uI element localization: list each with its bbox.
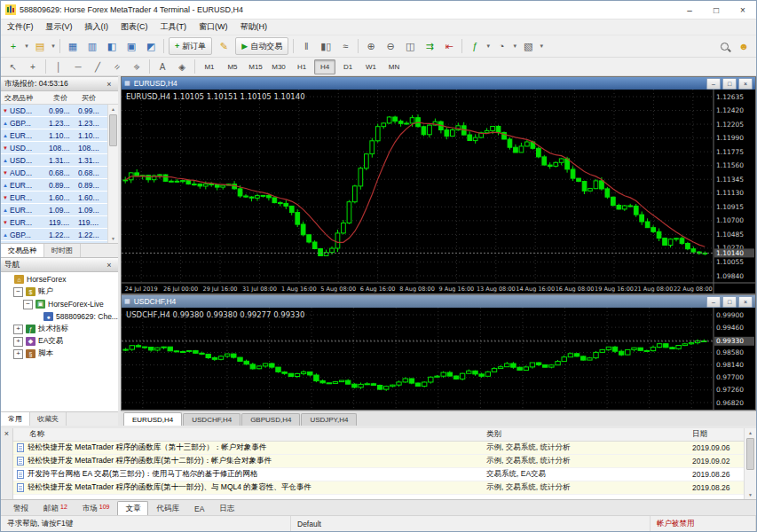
maximize-button[interactable]: □ (703, 1, 729, 19)
community-button[interactable]: ☻ (734, 37, 753, 55)
market-watch-row[interactable]: ▲USD...1.31...1.31... (1, 154, 107, 167)
expand-icon[interactable]: + (13, 349, 23, 359)
terminal-tab-articles[interactable]: 文章 (117, 501, 148, 515)
article-row[interactable]: 轻松快捷开发 MetaTrader 程序的函数库(第十一部分)、与 MQL4 的… (13, 481, 744, 495)
auto-scroll-button[interactable]: ⇉ (420, 37, 439, 55)
market-watch-caption[interactable]: 市场报价: 04:53:16 × (1, 76, 118, 91)
chart-close-button[interactable]: × (738, 296, 753, 308)
column-name[interactable]: 名称 (13, 429, 486, 440)
menu-item[interactable]: 帮助(H) (234, 21, 274, 33)
indicators-dropdown-icon[interactable]: ▾ (485, 43, 492, 50)
fibonacci-button[interactable]: ≡ (127, 59, 146, 74)
column-date[interactable]: 日期 (692, 429, 744, 440)
zoom-out-button[interactable]: ⊖ (381, 37, 400, 55)
terminal-tab-ea[interactable]: EA (187, 503, 211, 515)
scroll-thumb[interactable] (109, 114, 117, 146)
chart-minimize-button[interactable]: – (706, 78, 721, 90)
indicators-button[interactable]: ƒ (465, 37, 485, 55)
metaeditor-button[interactable]: ✎ (214, 37, 233, 55)
market-watch-row[interactable]: ▲GBP...1.23...1.23... (1, 117, 107, 129)
horizontal-line-button[interactable]: ─ (68, 59, 88, 74)
search-button[interactable] (714, 37, 734, 55)
menu-item[interactable]: 插入(I) (79, 21, 115, 33)
nav-item-HorseForex[interactable]: ⌂HorseForex (1, 273, 118, 286)
timeframe-h4[interactable]: H4 (314, 59, 335, 74)
chart-tab-usdjpy-h4[interactable]: USDJPY,H4 (301, 413, 357, 426)
collapse-icon[interactable]: − (23, 300, 33, 309)
data-window-button[interactable]: ▥ (83, 37, 102, 55)
nav-item-scripts[interactable]: +§脚本 (1, 348, 118, 360)
periods-dropdown-icon[interactable]: ▾ (511, 43, 518, 50)
strategy-tester-button[interactable]: ◩ (141, 37, 161, 55)
timeframe-mn[interactable]: MN (383, 59, 405, 74)
menu-item[interactable]: 窗口(W) (193, 21, 234, 33)
market-watch-row[interactable]: ▲EUR...1.10...1.10... (1, 129, 107, 142)
navigator-button[interactable]: ◧ (102, 37, 122, 55)
minimize-button[interactable]: – (676, 1, 703, 19)
trendline-button[interactable]: ╱ (88, 59, 107, 74)
timeframe-m1[interactable]: M1 (199, 59, 220, 74)
tab-common[interactable]: 常用 (1, 412, 30, 426)
channel-button[interactable]: = (107, 59, 127, 74)
terminal-tab-mailbox[interactable]: 邮箱12 (36, 503, 75, 515)
menu-item[interactable]: 工具(T) (154, 21, 193, 33)
market-watch-row[interactable]: ▼USD...108....108.... (1, 142, 107, 154)
expand-icon[interactable]: + (13, 337, 23, 347)
chart-caption-usdchf[interactable]: ▦ USDCHF,H4 – □ × (122, 295, 755, 308)
chart-canvas-eurusd[interactable]: 1.126351.124201.122051.119901.117751.115… (122, 90, 755, 293)
market-watch-scrollbar[interactable]: ▲ ▼ (107, 105, 118, 243)
chart-restore-button[interactable]: □ (722, 296, 737, 308)
navigator-close-icon[interactable]: × (104, 261, 114, 270)
menu-item[interactable]: 显示(V) (40, 21, 79, 33)
new-chart-button[interactable]: + (4, 37, 23, 55)
scroll-up-icon[interactable]: ▲ (748, 428, 753, 437)
column-bid[interactable]: 卖价 (53, 93, 82, 103)
terminal-tab-alerts[interactable]: 警报 (6, 503, 35, 515)
timeframe-d1[interactable]: D1 (337, 59, 359, 74)
column-category[interactable]: 类别 (486, 429, 692, 440)
templates-dropdown-icon[interactable]: ▾ (538, 43, 545, 50)
market-watch-row[interactable]: ▼EUR...119....119.... (1, 216, 107, 229)
arrows-tool-button[interactable]: ◈ (172, 59, 192, 74)
timeframe-m30[interactable]: M30 (268, 59, 289, 74)
status-profile[interactable]: Default (291, 516, 651, 531)
nav-item-experts[interactable]: +◆EA交易 (1, 335, 118, 348)
chart-tab-usdchf-h4[interactable]: USDCHF,H4 (183, 413, 241, 426)
nav-item-accounts[interactable]: −$账户 (1, 286, 118, 298)
scroll-up-icon[interactable]: ▲ (111, 105, 115, 113)
chart-restore-button[interactable]: □ (722, 78, 737, 90)
timeframe-m15[interactable]: M15 (245, 59, 266, 74)
nav-item-server[interactable]: −▣HorseForex-Live (1, 298, 118, 310)
terminal-scrollbar[interactable]: ▲ ▼ (744, 428, 756, 499)
market-watch-row[interactable]: ▲GBP...1.22...1.22... (1, 229, 107, 241)
chart-tab-eurusd-h4[interactable]: EURUSD,H4 (123, 412, 182, 426)
chart-tab-gbpusd-h4[interactable]: GBPUSD,H4 (241, 413, 300, 426)
chart-close-button[interactable]: × (738, 78, 753, 90)
article-row[interactable]: 开发跨平台网格 EA 交易(第三部分)：使用马丁格尔的基于修正的网格交易系统, … (13, 468, 744, 481)
line-chart-button[interactable]: ≈ (335, 37, 355, 55)
timeframe-m5[interactable]: M5 (222, 59, 243, 74)
zoom-in-button[interactable]: ⊕ (361, 37, 381, 55)
tile-windows-button[interactable]: ◫ (400, 37, 420, 55)
profiles-button[interactable]: ▤ (30, 37, 50, 55)
timeframe-h1[interactable]: H1 (291, 59, 312, 74)
profiles-dropdown-icon[interactable]: ▾ (50, 43, 57, 50)
terminal-button[interactable]: ▣ (122, 37, 141, 55)
bar-chart-button[interactable]: ‖ (296, 37, 316, 55)
market-watch-close-icon[interactable]: × (104, 80, 114, 89)
column-ask[interactable]: 买价 (82, 93, 118, 103)
market-watch-button[interactable]: ▦ (63, 37, 83, 55)
nav-item-account[interactable]: ●588809629: Che... (1, 310, 118, 323)
market-watch-row[interactable]: ▲EUR...0.89...0.89... (1, 179, 107, 192)
chart-minimize-button[interactable]: – (706, 296, 721, 308)
chart-canvas-usdchf[interactable]: 0.999000.994600.990200.985800.981400.977… (122, 308, 755, 410)
market-watch-row[interactable]: ▲EUR...1.09...1.09... (1, 204, 107, 216)
crosshair-tool-button[interactable]: + (23, 59, 43, 74)
terminal-tab-market[interactable]: 市场109 (75, 503, 117, 515)
chart-shift-button[interactable]: ⇤ (439, 37, 459, 55)
terminal-tab-journal[interactable]: 日志 (212, 503, 241, 515)
close-button[interactable]: × (729, 1, 756, 19)
cursor-tool-button[interactable]: ↖ (4, 59, 23, 74)
collapse-icon[interactable]: − (13, 287, 23, 297)
terminal-tab-code-base[interactable]: 代码库 (149, 503, 186, 515)
